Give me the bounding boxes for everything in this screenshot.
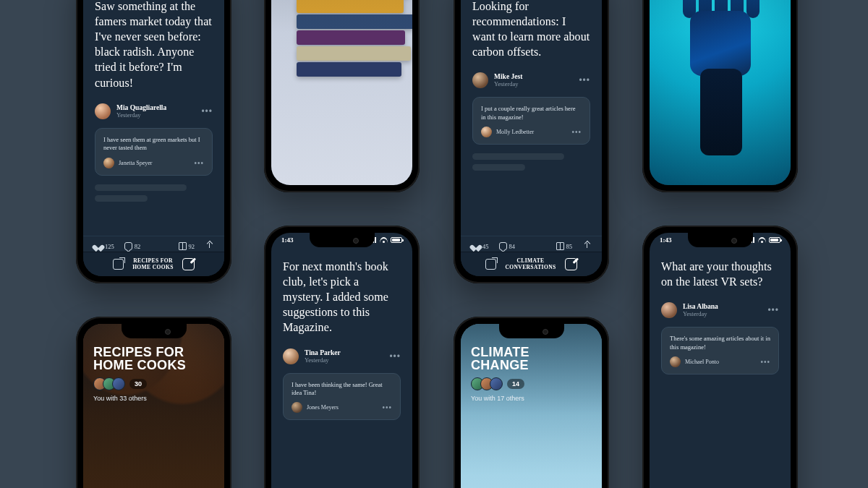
hero-image[interactable]: RECIPES FORHOME COOKS 30 You with 33 oth…: [83, 324, 224, 488]
post-time: Yesterday: [116, 111, 195, 119]
more-icon[interactable]: •••: [760, 358, 770, 366]
reply-card[interactable]: I have seen them at green markets but I …: [95, 128, 213, 176]
hero-subtitle: You with 33 others: [93, 395, 214, 402]
post-text: Saw something at the famers market today…: [95, 0, 213, 90]
author-name: Mike Jest: [494, 73, 573, 80]
skeleton-placeholder: [95, 184, 213, 202]
magazine-icon[interactable]: [113, 259, 124, 270]
battery-icon: [769, 237, 780, 243]
facepile[interactable]: 30: [93, 377, 214, 390]
bottom-nav: CLIMATECONVERSATIONS: [461, 252, 602, 276]
notch: [499, 324, 564, 338]
author-name: Lisa Albana: [683, 303, 762, 310]
avatar: [292, 402, 302, 413]
more-icon[interactable]: •••: [571, 128, 582, 136]
phone-hero-climate: CLIMATECHANGE 14 You with 17 others: [454, 317, 609, 488]
compose-icon[interactable]: [182, 258, 195, 270]
avatar: [481, 127, 492, 137]
avatar[interactable]: [661, 302, 677, 318]
avatar: [490, 377, 503, 390]
more-icon[interactable]: •••: [579, 75, 590, 85]
share-icon: [205, 242, 213, 250]
chat-icon: [499, 242, 507, 250]
magazine-icon[interactable]: [485, 259, 496, 270]
hero-subtitle: You with 17 others: [471, 395, 592, 402]
notch: [688, 233, 753, 247]
phone-post-climate: 1:43 Looking for recommendations: I want…: [454, 0, 609, 283]
hero-image[interactable]: CLIMATECHANGE 14 You with 17 others: [461, 324, 602, 488]
comment-button[interactable]: 82: [124, 242, 141, 250]
bookmark-button[interactable]: 92: [179, 242, 195, 250]
battery-icon: [391, 237, 402, 243]
bookmark-button[interactable]: 85: [556, 242, 573, 250]
more-icon[interactable]: •••: [767, 305, 779, 315]
facepile[interactable]: 14: [471, 377, 592, 390]
reply-text: There's some amazing articles about it i…: [670, 335, 770, 351]
phone-hero-books: BOOK CLUB 39 You with 42 others: [264, 0, 420, 192]
author-name: Tina Parker: [305, 349, 383, 356]
avatar[interactable]: [472, 72, 488, 88]
engagement-bar: 125 82 92: [83, 236, 224, 250]
reply-card[interactable]: I have been thinking the same! Great ide…: [283, 373, 401, 421]
notch: [122, 324, 187, 338]
reply-author: Janetta Speyer: [119, 160, 190, 166]
chat-icon: [124, 242, 132, 250]
hero-image[interactable]: FORUM 25 You with 28 others: [650, 0, 791, 185]
reply-text: I have been thinking the same! Great ide…: [292, 381, 392, 398]
bottom-title[interactable]: CLIMATECONVERSATIONS: [505, 258, 556, 270]
post-author-row[interactable]: Lisa Albana Yesterday •••: [661, 302, 779, 318]
more-icon[interactable]: •••: [201, 106, 213, 116]
status-time: 1:43: [281, 236, 294, 244]
avatar[interactable]: [283, 348, 299, 364]
share-button[interactable]: [582, 242, 590, 250]
heart-icon: [95, 242, 103, 250]
compose-icon[interactable]: [565, 258, 577, 270]
post-author-row[interactable]: Mia Quagliarella Yesterday •••: [95, 103, 213, 119]
bottom-title[interactable]: RECIPES FORHOME COOKS: [132, 258, 174, 270]
more-icon[interactable]: •••: [194, 159, 204, 167]
avatar[interactable]: [95, 103, 111, 119]
wifi-icon: [758, 237, 766, 243]
post-text: What are your thoughts on the latest VR …: [661, 259, 779, 289]
heart-icon: [472, 242, 480, 250]
bottom-nav: RECIPES FORHOME COOKS: [83, 252, 224, 276]
reply-text: I put a couple really great articles her…: [481, 105, 582, 121]
post-author-row[interactable]: Mike Jest Yesterday •••: [472, 72, 590, 88]
phone-hero-forum: FORUM 25 You with 28 others: [642, 0, 798, 192]
reply-card[interactable]: I put a couple really great articles her…: [472, 97, 590, 145]
avatar: [103, 158, 114, 168]
post-time: Yesterday: [683, 310, 762, 317]
phone-post-bookclub: 1:43 For next month's book club, let's p…: [264, 226, 420, 488]
member-count: 30: [129, 379, 147, 389]
post-author-row[interactable]: Tina Parker Yesterday •••: [283, 348, 401, 364]
more-icon[interactable]: •••: [382, 403, 392, 411]
phone-post-vr: 1:43 What are your thoughts on the lates…: [642, 226, 798, 488]
comment-button[interactable]: 84: [499, 242, 516, 250]
share-button[interactable]: [205, 242, 213, 250]
author-name: Mia Quagliarella: [116, 104, 195, 111]
skeleton-placeholder: [472, 153, 590, 171]
post-time: Yesterday: [494, 80, 573, 87]
bookmark-icon: [556, 242, 564, 250]
hero-image[interactable]: BOOK CLUB 39 You with 42 others: [271, 0, 412, 185]
reply-author: Molly Ledbetter: [496, 129, 567, 135]
notch: [310, 233, 375, 247]
more-icon[interactable]: •••: [389, 351, 401, 361]
reply-author: Michael Ponto: [685, 359, 756, 365]
hero-title: RECIPES FORHOME COOKS: [93, 346, 214, 372]
avatar: [112, 377, 125, 390]
post-time: Yesterday: [305, 356, 383, 364]
phone-post-recipes: 1:43 Saw something at the famers market …: [76, 0, 231, 283]
reply-card[interactable]: There's some amazing articles about it i…: [661, 327, 779, 374]
status-time: 1:43: [660, 236, 672, 244]
like-button[interactable]: 45: [472, 242, 489, 250]
share-icon: [582, 242, 590, 250]
bookmark-icon: [179, 242, 187, 250]
reply-text: I have seen them at green markets but I …: [103, 136, 204, 153]
reply-author: Jones Meyers: [307, 404, 378, 411]
member-count: 14: [507, 379, 524, 389]
avatar: [670, 356, 681, 367]
wifi-icon: [380, 237, 388, 243]
like-button[interactable]: 125: [95, 242, 114, 250]
hero-title: CLIMATECHANGE: [471, 346, 592, 372]
